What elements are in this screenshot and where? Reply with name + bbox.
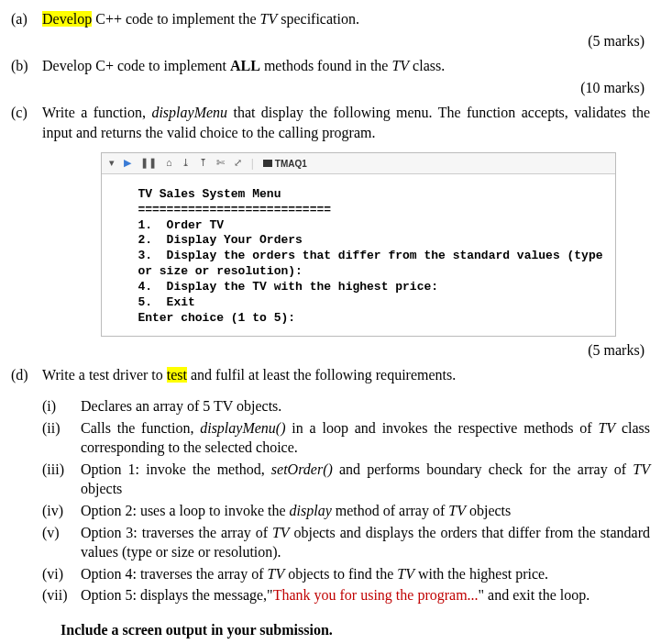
question-b-label: (b)	[11, 56, 42, 76]
question-a: (a) Develop C++ code to implement the TV…	[11, 9, 650, 29]
subbody: Option 2: uses a loop to invoke the disp…	[81, 501, 650, 521]
question-c: (c) Write a function, displayMenu that d…	[11, 103, 650, 142]
separator: |	[251, 156, 254, 171]
roman-label: (vii)	[42, 585, 81, 605]
question-b: (b) Develop C+ code to implement ALL met…	[11, 56, 650, 76]
text: Declares an array of 5 TV objects.	[81, 398, 281, 414]
text: C++ code to implement the	[92, 11, 259, 27]
console-tab-label: TMAQ1	[275, 159, 307, 169]
tab-label-wrap: TMAQ1	[263, 156, 307, 171]
tv-class: TV	[272, 525, 290, 540]
subitem-v: (v) Option 3: traverses the array of TV …	[42, 523, 650, 562]
display-menu: displayMenu	[151, 105, 227, 120]
text: class.	[409, 58, 445, 73]
text: Option 4: traverses the array of	[81, 566, 267, 582]
subitem-vi: (vi) Option 4: traverses the array of TV…	[42, 564, 650, 584]
subbody: Option 5: displays the message,"Thank yo…	[81, 585, 650, 605]
pause-icon: ❚❚	[140, 156, 157, 170]
roman-label: (iv)	[42, 501, 81, 521]
marks-b: (10 marks)	[11, 78, 644, 98]
subbody: Option 3: traverses the array of TV obje…	[81, 523, 650, 562]
subitem-iv: (iv) Option 2: uses a loop to invoke the…	[42, 501, 650, 521]
subbody: Option 4: traverses the array of TV obje…	[81, 564, 650, 584]
text: objects	[81, 481, 122, 496]
tv-class: TV	[260, 11, 278, 27]
roman-label: (vi)	[42, 564, 81, 584]
question-d-label: (d)	[11, 365, 42, 385]
roman-label: (v)	[42, 523, 81, 562]
text: Calls the function,	[81, 420, 200, 436]
down-icon: ⤓	[182, 156, 190, 170]
text: Write a test driver to	[42, 367, 167, 383]
question-b-body: Develop C+ code to implement ALL methods…	[42, 56, 650, 76]
include-instruction: Include a screen output in your submissi…	[61, 620, 650, 640]
text: objects to find the	[284, 566, 397, 582]
question-d-body: Write a test driver to test and fulfil a…	[42, 365, 650, 385]
thank-you-message: Thank you for using the program...	[273, 587, 479, 603]
text: with the highest price.	[414, 566, 548, 582]
up-icon: ⤒	[199, 156, 207, 170]
subbody: Declares an array of 5 TV objects.	[81, 396, 650, 416]
marks-c: (5 marks)	[11, 340, 644, 361]
roman-label: (i)	[42, 396, 81, 416]
text: " and exit the loop.	[479, 587, 590, 603]
text: and performs boundary check for the arra…	[333, 461, 633, 477]
cursor-icon: ⤢	[234, 156, 242, 170]
question-a-label: (a)	[11, 9, 42, 29]
text: Develop C+ code to implement	[42, 58, 230, 73]
text: in a loop and invokes the respective met…	[286, 420, 599, 436]
question-a-body: Develop C++ code to implement the TV spe…	[42, 9, 650, 29]
subitem-vii: (vii) Option 5: displays the message,"Th…	[42, 585, 650, 605]
display-method: display	[290, 503, 332, 518]
subitem-ii: (ii) Calls the function, displayMenu() i…	[42, 418, 650, 458]
text: Write a function,	[42, 105, 151, 120]
sublist: (i) Declares an array of 5 TV objects. (…	[42, 396, 650, 605]
text: Option 1: invoke the method,	[81, 461, 271, 477]
roman-label: (iii)	[42, 460, 81, 499]
text: specification.	[277, 11, 359, 27]
tv-class: TV	[448, 503, 466, 518]
subitem-iii: (iii) Option 1: invoke the method, setOr…	[42, 460, 650, 499]
console-body: TV Sales System Menu ===================…	[102, 174, 615, 336]
bold-all: ALL	[230, 58, 260, 73]
highlight-develop: Develop	[42, 11, 92, 27]
question-c-label: (c)	[11, 103, 42, 142]
home-icon: ⌂	[166, 156, 172, 170]
tab-icon	[263, 160, 272, 167]
display-menu-fn: displayMenu()	[200, 420, 285, 436]
marks-a: (5 marks)	[11, 31, 644, 51]
tv-class: TV	[397, 566, 414, 582]
subbody: Calls the function, displayMenu() in a l…	[81, 418, 650, 458]
text: objects	[466, 503, 511, 518]
question-c-body: Write a function, displayMenu that displ…	[42, 103, 650, 142]
console-output: ▾ ▶ ❚❚ ⌂ ⤓ ⤒ ✄ ⤢ | TMAQ1 TV Sales System…	[101, 152, 616, 337]
console-toolbar: ▾ ▶ ❚❚ ⌂ ⤓ ⤒ ✄ ⤢ | TMAQ1	[102, 153, 615, 174]
dropdown-icon: ▾	[109, 156, 115, 170]
scissors-icon: ✄	[216, 156, 225, 170]
tv-class: TV	[598, 420, 615, 436]
text: method of array of	[332, 503, 449, 518]
tv-class: TV	[267, 566, 284, 582]
text: Option 5: displays the message,"	[81, 587, 273, 603]
subitem-i: (i) Declares an array of 5 TV objects.	[42, 396, 650, 416]
roman-label: (ii)	[42, 418, 81, 458]
text: Option 2: uses a loop to invoke the	[81, 503, 290, 518]
text: Option 3: traverses the array of	[81, 525, 272, 540]
tv-class: TV	[633, 461, 650, 477]
highlight-test: test	[167, 367, 187, 383]
text: and fulfil at least the following requir…	[187, 367, 456, 383]
set-order-fn: setOrder()	[271, 461, 333, 477]
question-d: (d) Write a test driver to test and fulf…	[11, 365, 650, 385]
subbody: Option 1: invoke the method, setOrder() …	[81, 460, 650, 499]
play-icon: ▶	[124, 156, 131, 170]
tv-class: TV	[391, 58, 409, 73]
text: methods found in the	[260, 58, 392, 73]
